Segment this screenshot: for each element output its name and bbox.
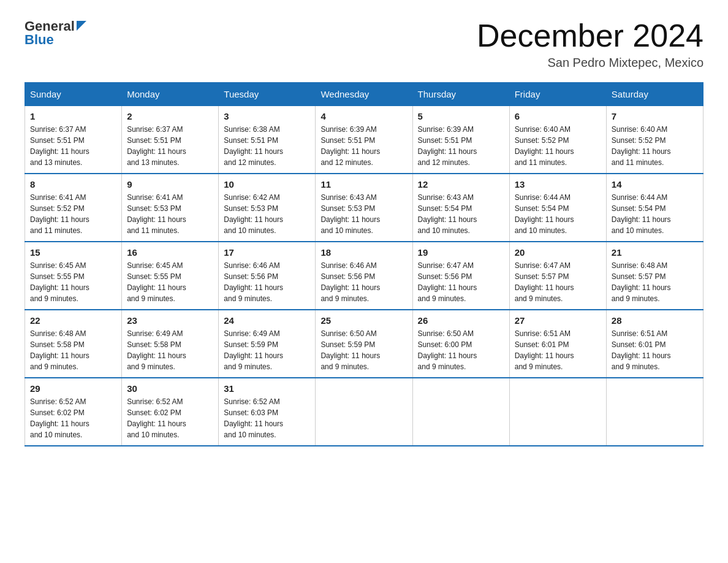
day-number: 30 xyxy=(127,383,213,394)
day-info: Sunrise: 6:39 AMSunset: 5:51 PMDaylight:… xyxy=(418,124,504,168)
day-info: Sunrise: 6:40 AMSunset: 5:52 PMDaylight:… xyxy=(612,124,698,168)
day-info: Sunrise: 6:38 AMSunset: 5:51 PMDaylight:… xyxy=(224,124,310,168)
day-number: 8 xyxy=(30,179,116,190)
empty-cell xyxy=(509,378,606,446)
day-info: Sunrise: 6:42 AMSunset: 5:53 PMDaylight:… xyxy=(224,192,310,236)
header-sunday: Sunday xyxy=(25,83,122,106)
day-number: 18 xyxy=(320,247,407,258)
day-number: 28 xyxy=(612,315,698,326)
calendar-body: 1Sunrise: 6:37 AMSunset: 5:51 PMDaylight… xyxy=(25,106,703,446)
day-info: Sunrise: 6:48 AMSunset: 5:58 PMDaylight:… xyxy=(30,328,116,372)
svg-marker-0 xyxy=(77,21,86,31)
month-title: December 2024 xyxy=(477,18,703,53)
empty-cell xyxy=(316,378,412,446)
day-number: 4 xyxy=(320,111,407,121)
day-number: 27 xyxy=(515,315,601,326)
day-cell-18: 18Sunrise: 6:46 AMSunset: 5:56 PMDayligh… xyxy=(316,242,412,310)
day-info: Sunrise: 6:45 AMSunset: 5:55 PMDaylight:… xyxy=(127,260,213,304)
day-number: 7 xyxy=(612,111,698,121)
day-info: Sunrise: 6:48 AMSunset: 5:57 PMDaylight:… xyxy=(612,260,698,304)
day-number: 10 xyxy=(224,179,310,190)
day-cell-23: 23Sunrise: 6:49 AMSunset: 5:58 PMDayligh… xyxy=(122,310,219,378)
day-number: 22 xyxy=(30,315,116,326)
logo-triangle-icon xyxy=(77,21,86,33)
day-number: 1 xyxy=(30,111,116,121)
day-info: Sunrise: 6:45 AMSunset: 5:55 PMDaylight:… xyxy=(30,260,116,304)
day-info: Sunrise: 6:39 AMSunset: 5:51 PMDaylight:… xyxy=(320,124,407,168)
day-number: 11 xyxy=(320,179,407,190)
day-info: Sunrise: 6:52 AMSunset: 6:02 PMDaylight:… xyxy=(30,396,116,440)
calendar-header: SundayMondayTuesdayWednesdayThursdayFrid… xyxy=(25,83,703,106)
day-cell-30: 30Sunrise: 6:52 AMSunset: 6:02 PMDayligh… xyxy=(122,378,219,446)
day-info: Sunrise: 6:49 AMSunset: 5:59 PMDaylight:… xyxy=(224,328,310,372)
logo-blue-text: Blue xyxy=(25,32,86,48)
day-info: Sunrise: 6:52 AMSunset: 6:03 PMDaylight:… xyxy=(224,396,310,440)
week-row-4: 22Sunrise: 6:48 AMSunset: 5:58 PMDayligh… xyxy=(25,310,703,378)
day-number: 19 xyxy=(418,247,504,258)
day-cell-5: 5Sunrise: 6:39 AMSunset: 5:51 PMDaylight… xyxy=(412,106,509,174)
day-cell-20: 20Sunrise: 6:47 AMSunset: 5:57 PMDayligh… xyxy=(509,242,606,310)
day-number: 14 xyxy=(612,179,698,190)
day-cell-15: 15Sunrise: 6:45 AMSunset: 5:55 PMDayligh… xyxy=(25,242,122,310)
day-number: 17 xyxy=(224,247,310,258)
day-info: Sunrise: 6:49 AMSunset: 5:58 PMDaylight:… xyxy=(127,328,213,372)
day-number: 9 xyxy=(127,179,213,190)
day-info: Sunrise: 6:41 AMSunset: 5:52 PMDaylight:… xyxy=(30,192,116,236)
header-tuesday: Tuesday xyxy=(219,83,316,106)
day-number: 25 xyxy=(320,315,407,326)
day-number: 29 xyxy=(30,383,116,394)
day-cell-24: 24Sunrise: 6:49 AMSunset: 5:59 PMDayligh… xyxy=(219,310,316,378)
day-cell-10: 10Sunrise: 6:42 AMSunset: 5:53 PMDayligh… xyxy=(219,174,316,242)
day-cell-28: 28Sunrise: 6:51 AMSunset: 6:01 PMDayligh… xyxy=(606,310,703,378)
day-info: Sunrise: 6:43 AMSunset: 5:53 PMDaylight:… xyxy=(320,192,407,236)
week-row-1: 1Sunrise: 6:37 AMSunset: 5:51 PMDaylight… xyxy=(25,106,703,174)
day-number: 15 xyxy=(30,247,116,258)
day-info: Sunrise: 6:37 AMSunset: 5:51 PMDaylight:… xyxy=(30,124,116,168)
day-info: Sunrise: 6:46 AMSunset: 5:56 PMDaylight:… xyxy=(224,260,310,304)
day-number: 2 xyxy=(127,111,213,121)
day-number: 20 xyxy=(515,247,601,258)
day-info: Sunrise: 6:51 AMSunset: 6:01 PMDaylight:… xyxy=(515,328,601,372)
day-cell-9: 9Sunrise: 6:41 AMSunset: 5:53 PMDaylight… xyxy=(122,174,219,242)
header-saturday: Saturday xyxy=(606,83,703,106)
header-wednesday: Wednesday xyxy=(316,83,412,106)
day-cell-31: 31Sunrise: 6:52 AMSunset: 6:03 PMDayligh… xyxy=(219,378,316,446)
empty-cell xyxy=(606,378,703,446)
day-number: 23 xyxy=(127,315,213,326)
day-cell-14: 14Sunrise: 6:44 AMSunset: 5:54 PMDayligh… xyxy=(606,174,703,242)
day-cell-1: 1Sunrise: 6:37 AMSunset: 5:51 PMDaylight… xyxy=(25,106,122,174)
day-info: Sunrise: 6:44 AMSunset: 5:54 PMDaylight:… xyxy=(515,192,601,236)
day-info: Sunrise: 6:37 AMSunset: 5:51 PMDaylight:… xyxy=(127,124,213,168)
day-cell-29: 29Sunrise: 6:52 AMSunset: 6:02 PMDayligh… xyxy=(25,378,122,446)
week-row-3: 15Sunrise: 6:45 AMSunset: 5:55 PMDayligh… xyxy=(25,242,703,310)
day-info: Sunrise: 6:46 AMSunset: 5:56 PMDaylight:… xyxy=(320,260,407,304)
day-cell-3: 3Sunrise: 6:38 AMSunset: 5:51 PMDaylight… xyxy=(219,106,316,174)
day-cell-13: 13Sunrise: 6:44 AMSunset: 5:54 PMDayligh… xyxy=(509,174,606,242)
day-number: 3 xyxy=(224,111,310,121)
page-header: General Blue December 2024 San Pedro Mix… xyxy=(25,18,703,70)
day-info: Sunrise: 6:52 AMSunset: 6:02 PMDaylight:… xyxy=(127,396,213,440)
day-info: Sunrise: 6:50 AMSunset: 5:59 PMDaylight:… xyxy=(320,328,407,372)
day-info: Sunrise: 6:50 AMSunset: 6:00 PMDaylight:… xyxy=(418,328,504,372)
day-cell-27: 27Sunrise: 6:51 AMSunset: 6:01 PMDayligh… xyxy=(509,310,606,378)
day-info: Sunrise: 6:44 AMSunset: 5:54 PMDaylight:… xyxy=(612,192,698,236)
day-number: 13 xyxy=(515,179,601,190)
day-number: 5 xyxy=(418,111,504,121)
day-cell-12: 12Sunrise: 6:43 AMSunset: 5:54 PMDayligh… xyxy=(412,174,509,242)
day-info: Sunrise: 6:40 AMSunset: 5:52 PMDaylight:… xyxy=(515,124,601,168)
day-cell-7: 7Sunrise: 6:40 AMSunset: 5:52 PMDaylight… xyxy=(606,106,703,174)
day-number: 12 xyxy=(418,179,504,190)
day-number: 6 xyxy=(515,111,601,121)
header-row: SundayMondayTuesdayWednesdayThursdayFrid… xyxy=(25,83,703,106)
day-info: Sunrise: 6:47 AMSunset: 5:57 PMDaylight:… xyxy=(515,260,601,304)
week-row-2: 8Sunrise: 6:41 AMSunset: 5:52 PMDaylight… xyxy=(25,174,703,242)
day-cell-22: 22Sunrise: 6:48 AMSunset: 5:58 PMDayligh… xyxy=(25,310,122,378)
header-monday: Monday xyxy=(122,83,219,106)
day-cell-26: 26Sunrise: 6:50 AMSunset: 6:00 PMDayligh… xyxy=(412,310,509,378)
day-info: Sunrise: 6:41 AMSunset: 5:53 PMDaylight:… xyxy=(127,192,213,236)
empty-cell xyxy=(412,378,509,446)
title-block: December 2024 San Pedro Mixtepec, Mexico xyxy=(477,18,703,70)
header-thursday: Thursday xyxy=(412,83,509,106)
day-cell-8: 8Sunrise: 6:41 AMSunset: 5:52 PMDaylight… xyxy=(25,174,122,242)
week-row-5: 29Sunrise: 6:52 AMSunset: 6:02 PMDayligh… xyxy=(25,378,703,446)
